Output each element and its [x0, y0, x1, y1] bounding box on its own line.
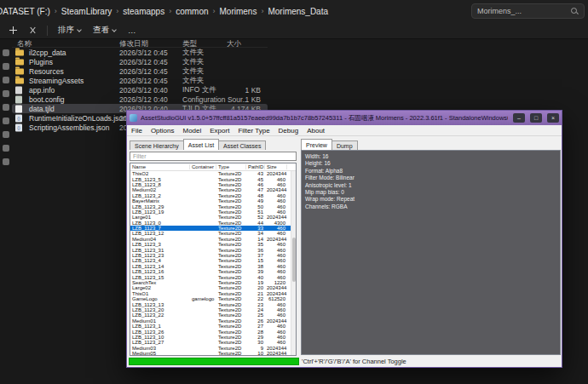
menu-filter-type[interactable]: Filter Type — [233, 127, 274, 135]
assetstudio-titlebar[interactable]: AssetStudioGUI v1.5.0+57ffcff81a5157eaee… — [127, 111, 562, 125]
file-name: StreamingAssets — [29, 77, 84, 85]
info-line: Mip map bias: 0 — [305, 189, 355, 196]
tab-scene-hierarchy[interactable]: Scene Hierarchy — [130, 140, 184, 150]
column-asset-size[interactable]: Size — [265, 164, 287, 169]
cut-button[interactable] — [25, 24, 41, 37]
preview-panel: Width: 16 Height: 16 Format: Alpha8 Filt… — [301, 150, 561, 355]
file-list-header: 名称 修改日期 类型 大小 — [12, 39, 268, 48]
search-box[interactable]: Morimens_... — [471, 3, 585, 19]
asset-size: 460 — [265, 312, 287, 318]
asset-row[interactable]: Medium05Texture2D102024344 — [130, 351, 291, 355]
asset-name: SearchTex — [130, 280, 190, 285]
menu-about[interactable]: About — [303, 127, 329, 135]
asset-pathid: 52 — [246, 215, 265, 220]
nav-shortcut-icon[interactable] — [3, 49, 9, 56]
nav-shortcut-icon[interactable] — [3, 77, 9, 83]
chevron-right-icon: › — [166, 7, 174, 15]
nav-shortcut-icon[interactable] — [3, 117, 9, 124]
asset-type: Texture2D — [216, 291, 246, 296]
asset-name: LZB_1123_10 — [130, 335, 190, 340]
chevron-right-icon: › — [113, 7, 121, 15]
asset-type: Texture2D — [216, 171, 246, 176]
menu-file[interactable]: File — [127, 127, 147, 135]
file-date: 2026/3/12 0:45 — [119, 77, 168, 85]
view-button[interactable]: 查看 — [89, 24, 120, 37]
tab-asset-classes[interactable]: Asset Classes — [218, 140, 266, 150]
maximize-button[interactable]: □ — [530, 113, 542, 123]
asset-type: Texture2D — [216, 324, 246, 329]
breadcrumb-item-morimens[interactable]: Morimens — [218, 7, 259, 16]
nav-shortcut-icon[interactable] — [3, 63, 9, 70]
asset-name: LZB_1123_23 — [130, 253, 190, 258]
more-button[interactable]: … — [124, 24, 141, 37]
file-row[interactable]: il2cpp_data2026/3/12 0:45文件夹 — [12, 48, 268, 57]
scrollbar-thumb[interactable] — [292, 238, 296, 282]
file-name: Plugins — [29, 58, 53, 66]
asset-size: 460 — [265, 307, 287, 312]
asset-type: Texture2D — [216, 231, 246, 236]
nav-shortcut-icon[interactable] — [3, 158, 9, 165]
file-row[interactable]: Plugins2026/3/12 0:45文件夹 — [12, 57, 268, 66]
left-panel-tabs: Scene Hierarchy Asset List Asset Classes — [130, 139, 265, 150]
asset-type: Texture2D — [216, 226, 246, 231]
minimize-button[interactable]: – — [513, 113, 525, 123]
file-row[interactable]: Resources2026/3/12 0:45文件夹 — [12, 66, 268, 76]
asset-name: LZB_1123_2 — [130, 193, 190, 198]
tab-dump[interactable]: Dump — [331, 140, 358, 150]
menu-model[interactable]: Model — [178, 127, 205, 135]
asset-pathid: 43 — [246, 171, 265, 176]
asset-type: Texture2D — [216, 307, 246, 312]
column-pathid[interactable]: PathID — [246, 164, 265, 169]
texture-info: Width: 16 Height: 16 Format: Alpha8 Filt… — [305, 153, 355, 210]
asset-name: LZB_1123_14 — [130, 264, 190, 269]
asset-pathid: 36 — [246, 248, 265, 253]
scrollbar[interactable] — [291, 171, 296, 355]
file-name: RuntimeInitializeOnLoads.json — [29, 114, 127, 123]
asset-name: LZB_1123_22 — [130, 312, 190, 318]
file-date: 2026/3/12 0:45 — [119, 67, 168, 76]
file-date: 2026/3/12 0:45 — [119, 58, 168, 66]
nav-shortcut-icon[interactable] — [3, 90, 9, 97]
sort-button[interactable]: 排序 — [54, 24, 85, 37]
tab-asset-list[interactable]: Asset List — [183, 139, 219, 150]
ellipsis-icon: … — [128, 26, 136, 35]
nav-shortcut-icon[interactable] — [3, 145, 9, 152]
file-row[interactable]: StreamingAssets2026/3/12 0:45文件夹 — [12, 76, 268, 85]
tab-preview[interactable]: Preview — [301, 139, 332, 150]
asset-pathid: 33 — [246, 226, 265, 231]
file-row[interactable]: app.info2026/3/12 0:40INFO 文件1 KB — [12, 85, 268, 95]
breadcrumb-item-steamapps[interactable]: steamapps — [121, 7, 166, 16]
asset-name: LZB_1123_1 — [130, 324, 190, 329]
nav-shortcut-icon[interactable] — [3, 104, 9, 111]
asset-rows: ThisO2Texture2D432024344LZB_1123_5Textur… — [130, 171, 291, 355]
asset-name: LZB_1123_7 — [130, 226, 190, 231]
asset-size: 460 — [265, 264, 287, 269]
nav-shortcut-icon[interactable] — [3, 131, 9, 138]
asset-type: Texture2D — [216, 269, 246, 274]
asset-pathid: 29 — [246, 335, 265, 340]
menu-debug[interactable]: Debug — [274, 127, 303, 135]
asset-pathid: 28 — [246, 330, 265, 335]
asset-name: LZB_1123_8 — [130, 182, 190, 187]
asset-size: 2024344 — [265, 171, 287, 176]
column-container[interactable]: Container — [190, 164, 216, 169]
column-asset-name[interactable]: Name — [130, 164, 190, 169]
asset-row[interactable]: GameLogogamelogoTexture2D22612520 — [130, 296, 291, 301]
file-row[interactable]: boot.config2026/3/12 0:40Configuration S… — [12, 95, 268, 104]
menu-export[interactable]: Export — [205, 127, 233, 135]
filter-input[interactable] — [130, 152, 297, 161]
asset-name: Medium05 — [130, 351, 190, 355]
breadcrumb-item-morimens-data[interactable]: Morimens_Data — [266, 7, 330, 16]
close-button[interactable]: × — [547, 113, 559, 123]
asset-type: Texture2D — [216, 198, 246, 203]
asset-name: ThisO2 — [130, 171, 190, 176]
asset-pathid: 9 — [246, 346, 265, 351]
asset-size: 460 — [265, 275, 287, 280]
asset-pathid: 20 — [246, 285, 265, 290]
asset-type: Texture2D — [216, 312, 246, 318]
asset-pathid: 37 — [246, 253, 265, 258]
breadcrumb-item-steamlibrary[interactable]: SteamLibrary — [60, 7, 113, 16]
breadcrumb-item-common[interactable]: common — [174, 7, 210, 16]
menu-options[interactable]: Options — [147, 127, 179, 135]
column-asset-type[interactable]: Type — [216, 164, 246, 169]
